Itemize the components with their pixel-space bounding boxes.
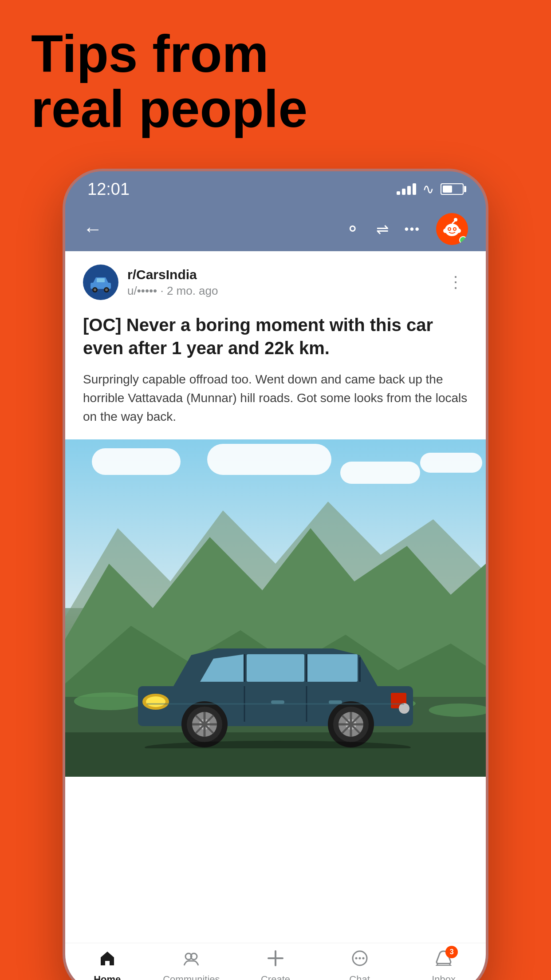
home-icon (98, 949, 116, 971)
bottom-nav: Home Communities (65, 943, 486, 980)
communities-label: Communities (163, 974, 220, 980)
nav-item-inbox[interactable]: 3 Inbox (401, 949, 486, 980)
svg-point-37 (399, 703, 409, 714)
subreddit-info: r/CarsIndia u/••••• · 2 mo. ago (83, 265, 218, 300)
app-nav-bar: ← ⚬ ⇌ ••• (65, 207, 486, 251)
create-icon (267, 949, 284, 971)
home-label: Home (94, 974, 121, 980)
nav-item-communities[interactable]: Communities (150, 949, 234, 980)
battery-icon (441, 183, 464, 195)
post-image[interactable] (65, 439, 486, 777)
svg-point-63 (358, 957, 361, 960)
svg-point-14 (94, 288, 96, 291)
subreddit-name[interactable]: r/CarsIndia (127, 267, 218, 282)
post-meta: u/••••• · 2 mo. ago (127, 284, 218, 298)
create-label: Create (261, 974, 290, 980)
svg-point-3 (454, 218, 457, 221)
post-body: Surpringly capable offroad too. Went dow… (65, 370, 486, 439)
nav-right-icons: ⚬ ⇌ ••• (345, 213, 468, 245)
more-icon[interactable]: ••• (405, 222, 420, 236)
phone-mockup: 12:01 ∿ ← ⚬ ⇌ ••• (63, 169, 488, 980)
inbox-label: Inbox (432, 974, 456, 980)
back-button[interactable]: ← (83, 218, 102, 240)
nav-item-chat[interactable]: Chat (318, 949, 402, 980)
post-title: [OC] Never a boring moment with this car… (65, 309, 486, 370)
post-header: r/CarsIndia u/••••• · 2 mo. ago ⋮ (65, 251, 486, 309)
nav-item-home[interactable]: Home (65, 949, 150, 980)
signal-icon (397, 183, 416, 195)
user-avatar[interactable] (436, 213, 468, 245)
search-icon[interactable]: ⚬ (345, 219, 360, 239)
inbox-icon: 3 (435, 949, 453, 971)
svg-point-15 (105, 288, 108, 291)
svg-point-7 (454, 228, 456, 230)
svg-rect-27 (247, 654, 304, 682)
communities-icon (182, 949, 200, 971)
post-more-button[interactable]: ⋮ (443, 269, 468, 296)
svg-point-35 (146, 696, 165, 707)
svg-point-64 (362, 957, 364, 960)
svg-point-6 (449, 228, 450, 230)
nav-item-create[interactable]: Create (233, 949, 318, 980)
chat-label: Chat (349, 974, 370, 980)
content-area: r/CarsIndia u/••••• · 2 mo. ago ⋮ [OC] N… (65, 251, 486, 943)
svg-point-9 (457, 229, 461, 233)
status-bar: 12:01 ∿ (65, 171, 486, 207)
phone-frame: 12:01 ∿ ← ⚬ ⇌ ••• (63, 169, 488, 980)
svg-rect-28 (307, 654, 358, 682)
online-indicator (459, 236, 467, 244)
subreddit-meta: r/CarsIndia u/••••• · 2 mo. ago (127, 267, 218, 298)
svg-point-8 (443, 229, 448, 233)
hero-headline: Tips from real people (31, 27, 307, 137)
status-icons: ∿ (397, 181, 464, 198)
status-time: 12:01 (87, 180, 130, 199)
filter-icon[interactable]: ⇌ (376, 220, 389, 238)
car-image (120, 624, 431, 750)
subreddit-avatar[interactable] (83, 265, 118, 300)
inbox-badge: 3 (445, 946, 458, 958)
chat-icon (351, 949, 369, 971)
wifi-icon: ∿ (422, 181, 434, 198)
svg-rect-56 (329, 700, 342, 704)
svg-rect-16 (97, 278, 105, 282)
svg-rect-55 (271, 700, 284, 704)
svg-point-62 (355, 957, 357, 960)
svg-point-54 (145, 741, 411, 748)
